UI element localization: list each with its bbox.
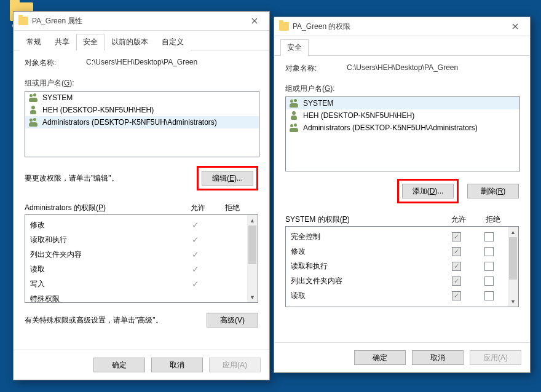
allow-header: 允许 xyxy=(440,214,477,225)
user-item[interactable]: Administrators (DESKTOP-K5NF5UH\Administ… xyxy=(286,122,519,134)
highlight-box: 添加(D)... xyxy=(397,179,459,203)
close-icon xyxy=(512,23,518,29)
permission-row: 读取 ✓ xyxy=(286,288,508,303)
tab-custom[interactable]: 自定义 xyxy=(155,34,191,50)
permission-row: 完全控制 ✓ xyxy=(286,229,508,244)
check-icon: ✓ xyxy=(192,235,199,245)
allow-header: 允许 xyxy=(180,203,216,213)
permission-row: 修改 ✓ xyxy=(286,244,508,259)
scroll-up-icon[interactable]: ▲ xyxy=(247,215,258,225)
user-item[interactable]: SYSTEM xyxy=(286,97,519,109)
user-label: SYSTEM xyxy=(42,93,73,102)
user-item[interactable]: HEH (DESKTOP-K5NF5UH\HEH) xyxy=(286,109,519,122)
tab-previous[interactable]: 以前的版本 xyxy=(105,34,155,50)
object-name-label: 对象名称: xyxy=(25,58,86,68)
tab-security[interactable]: 安全 xyxy=(280,39,309,56)
ok-button[interactable]: 确定 xyxy=(354,350,406,365)
deny-checkbox[interactable] xyxy=(484,291,494,300)
allow-checkbox[interactable]: ✓ xyxy=(452,262,461,271)
user-item[interactable]: Administrators (DESKTOP-K5NF5UH\Administ… xyxy=(25,116,259,128)
scroll-down-icon[interactable]: ▼ xyxy=(247,292,258,302)
object-name-value: C:\Users\HEH\Desktop\PA_Green xyxy=(86,58,197,68)
check-icon: ✓ xyxy=(192,249,199,259)
group-icon xyxy=(290,98,299,108)
titlebar[interactable]: PA_Green 的权限 xyxy=(274,17,530,36)
deny-header: 拒绝 xyxy=(216,203,248,213)
user-icon xyxy=(29,105,39,115)
close-button[interactable] xyxy=(502,18,529,35)
permissions-dialog: PA_Green 的权限 安全 对象名称: C:\Users\HEH\Deskt… xyxy=(274,17,531,373)
group-icon xyxy=(290,123,299,133)
add-button[interactable]: 添加(D)... xyxy=(402,184,454,198)
permission-row: 读取和执行 ✓ xyxy=(286,259,508,273)
permission-row: 列出文件夹内容 ✓ xyxy=(25,247,247,262)
user-item[interactable]: HEH (DESKTOP-K5NF5UH\HEH) xyxy=(25,104,259,116)
user-label: SYSTEM xyxy=(303,99,333,108)
close-button[interactable] xyxy=(241,12,268,29)
dialog-buttons: 确定 取消 应用(A) xyxy=(274,342,530,372)
deny-checkbox[interactable] xyxy=(484,247,494,256)
cancel-button[interactable]: 取消 xyxy=(151,358,203,372)
tab-sharing[interactable]: 共享 xyxy=(48,34,76,50)
tab-security[interactable]: 安全 xyxy=(76,34,105,50)
users-label: 组或用户名(G): xyxy=(285,84,519,94)
scroll-thumb[interactable] xyxy=(509,237,517,280)
user-item[interactable]: SYSTEM xyxy=(25,92,259,104)
permission-row: 修改 ✓ xyxy=(25,218,247,232)
user-icon xyxy=(290,111,299,120)
ok-button[interactable]: 确定 xyxy=(93,358,145,372)
folder-icon xyxy=(279,22,289,31)
permission-row: 写入 ✓ xyxy=(25,276,247,291)
window-title: PA_Green 属性 xyxy=(32,16,241,26)
permissions-listbox: 修改 ✓ 读取和执行 ✓ 列出文件夹内容 ✓ 读取 ✓ xyxy=(25,214,258,303)
scrollbar[interactable]: ▲ ▼ xyxy=(247,215,258,302)
check-icon: ✓ xyxy=(192,220,199,230)
scrollbar[interactable]: ▲ ▼ xyxy=(508,227,518,307)
user-label: Administrators (DESKTOP-K5NF5UH\Administ… xyxy=(303,123,478,132)
deny-checkbox[interactable] xyxy=(484,262,494,271)
permissions-header: Administrators 的权限(P) xyxy=(25,203,180,213)
edit-hint: 要更改权限，请单击"编辑"。 xyxy=(25,173,119,184)
advanced-button[interactable]: 高级(V) xyxy=(207,313,258,327)
permission-row: 读取 ✓ xyxy=(25,262,247,276)
deny-checkbox[interactable] xyxy=(484,276,494,286)
group-icon xyxy=(29,93,39,103)
window-title: PA_Green 的权限 xyxy=(293,22,502,32)
allow-checkbox[interactable]: ✓ xyxy=(452,247,461,256)
cancel-button[interactable]: 取消 xyxy=(412,350,464,365)
permissions-header: SYSTEM 的权限(P) xyxy=(285,214,440,225)
group-icon xyxy=(29,117,39,127)
users-label: 组或用户名(G): xyxy=(25,78,258,88)
allow-checkbox[interactable]: ✓ xyxy=(452,232,461,241)
permission-row: 读取和执行 ✓ xyxy=(25,232,247,247)
permission-row: 列出文件夹内容 ✓ xyxy=(286,273,508,288)
allow-checkbox[interactable]: ✓ xyxy=(452,276,461,286)
advanced-hint: 有关特殊权限或高级设置，请单击"高级"。 xyxy=(25,315,163,326)
scroll-up-icon[interactable]: ▲ xyxy=(508,227,518,237)
apply-button: 应用(A) xyxy=(470,350,521,365)
apply-button: 应用(A) xyxy=(209,358,261,372)
edit-button[interactable]: 编辑(E)... xyxy=(202,171,253,186)
dialog-buttons: 确定 取消 应用(A) xyxy=(14,350,269,380)
user-label: HEH (DESKTOP-K5NF5UH\HEH) xyxy=(42,106,154,114)
scroll-down-icon[interactable]: ▼ xyxy=(508,296,518,307)
deny-checkbox[interactable] xyxy=(484,232,494,241)
check-icon: ✓ xyxy=(192,279,199,289)
tabstrip: 安全 xyxy=(274,36,530,56)
scroll-thumb[interactable] xyxy=(248,225,256,264)
titlebar[interactable]: PA_Green 属性 xyxy=(14,12,269,31)
check-icon: ✓ xyxy=(192,264,199,274)
users-listbox[interactable]: SYSTEM HEH (DESKTOP-K5NF5UH\HEH) Adminis… xyxy=(25,91,259,157)
users-listbox[interactable]: SYSTEM HEH (DESKTOP-K5NF5UH\HEH) Adminis… xyxy=(285,96,520,171)
allow-checkbox[interactable]: ✓ xyxy=(452,291,461,300)
highlight-box: 编辑(E)... xyxy=(197,166,258,190)
close-icon xyxy=(251,18,258,24)
properties-dialog: PA_Green 属性 常规 共享 安全 以前的版本 自定义 对象名称: C:\… xyxy=(13,11,270,380)
object-name-label: 对象名称: xyxy=(285,63,347,74)
permission-row: 特殊权限 xyxy=(25,291,247,302)
folder-icon xyxy=(18,17,28,25)
remove-button[interactable]: 删除(R) xyxy=(467,184,519,198)
tab-general[interactable]: 常规 xyxy=(20,34,48,50)
tabstrip: 常规 共享 安全 以前的版本 自定义 xyxy=(14,31,269,50)
user-label: Administrators (DESKTOP-K5NF5UH\Administ… xyxy=(42,118,217,127)
